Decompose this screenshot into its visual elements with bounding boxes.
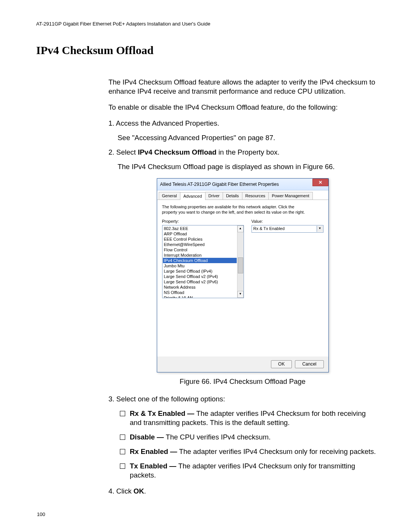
option-2-bold: Disable —	[130, 433, 166, 441]
checkbox-icon	[120, 411, 125, 416]
scroll-down-icon[interactable]: ▼	[237, 291, 244, 298]
value-label: Value:	[252, 219, 323, 224]
option-3-text: The adapter verifies IPv4 Checksum only …	[179, 447, 376, 455]
tab-details[interactable]: Details	[223, 192, 242, 199]
option-disable: Disable — The CPU verifies IPv4 checksum…	[120, 433, 377, 442]
option-rx-tx: Rx & Tx Enabled — The adapter verifies I…	[120, 409, 377, 427]
list-item[interactable]: Priority & VLAN	[163, 295, 237, 298]
tab-general[interactable]: General	[159, 192, 180, 199]
checkbox-icon	[120, 463, 125, 469]
list-item[interactable]: Flow Control	[163, 247, 237, 252]
page-title: IPv4 Checksum Offload	[36, 44, 377, 57]
tab-driver[interactable]: Driver	[205, 192, 223, 199]
option-rx: Rx Enabled — The adapter verifies IPv4 C…	[120, 447, 377, 456]
ok-button[interactable]: OK	[271, 360, 292, 369]
cancel-button[interactable]: Cancel	[295, 360, 323, 369]
page-number: 100	[37, 511, 377, 517]
step-3: 3. Select one of the following options:	[108, 395, 377, 404]
list-item[interactable]: Jumbo Mtu	[163, 263, 237, 268]
step-2-pre: 2. Select	[108, 148, 138, 156]
option-2-text: The CPU verifies IPv4 checksum.	[166, 433, 271, 441]
step-4-post: .	[144, 487, 146, 495]
list-item[interactable]: Ethernet@WireSpeed	[163, 242, 237, 247]
step-4-bold: OK	[134, 487, 144, 495]
step-2-post: in the Property box.	[217, 148, 280, 156]
doc-header: AT-2911GP Gigabit Fiber Ethernet PoE+ Ad…	[36, 21, 377, 27]
value-selected: Rx & Tx Enabled	[253, 226, 285, 231]
intro-paragraph: The IPv4 Checksum Offload feature allows…	[108, 78, 377, 96]
list-item[interactable]: Network Address	[163, 284, 237, 290]
step-1: 1. Access the Advanced Properties.	[108, 119, 219, 127]
listbox-scrollbar[interactable]: ▲ ▼	[237, 225, 244, 298]
list-item[interactable]: IPv4 Checksum Offload	[163, 258, 237, 263]
option-4-bold: Tx Enabled —	[130, 462, 178, 470]
step-2-note: The IPv4 Checksum Offload page is displa…	[118, 162, 377, 171]
list-item[interactable]: ARP Offload	[163, 231, 237, 236]
step-4-pre: 4. Click	[108, 487, 134, 495]
scroll-thumb[interactable]	[238, 257, 243, 273]
option-3-bold: Rx Enabled —	[130, 447, 179, 455]
option-tx: Tx Enabled — The adapter verifies IPv4 C…	[120, 462, 377, 480]
tab-resources[interactable]: Resources	[242, 192, 269, 199]
dialog-hint: The following properties are available f…	[162, 204, 307, 215]
property-listbox[interactable]: 802.3az EEEARP OffloadEEE Control Polici…	[162, 225, 244, 298]
value-dropdown[interactable]: Rx & Tx Enabled ▼	[252, 225, 323, 233]
chevron-down-icon[interactable]: ▼	[317, 226, 323, 232]
checkbox-icon	[120, 435, 125, 440]
property-label: Property:	[162, 219, 244, 224]
list-item[interactable]: EEE Control Policies	[163, 236, 237, 242]
list-item[interactable]: Large Send Offload v2 (IPv4)	[163, 274, 237, 279]
list-item[interactable]: Large Send Offload v2 (IPv6)	[163, 279, 237, 284]
properties-dialog: Allied Telesis AT-2911GP Gigabit Fiber E…	[157, 178, 329, 372]
list-item[interactable]: Large Send Offload (IPv4)	[163, 268, 237, 274]
step-1-note: See "Accessing Advanced Properties" on p…	[118, 133, 377, 142]
list-item[interactable]: NS Offload	[163, 290, 237, 295]
figure-caption: Figure 66. IPv4 Checksum Offload Page	[108, 377, 377, 386]
list-item[interactable]: 802.3az EEE	[163, 226, 237, 231]
tab-power[interactable]: Power Management	[268, 192, 312, 199]
option-1-bold: Rx & Tx Enabled —	[130, 409, 196, 417]
scroll-up-icon[interactable]: ▲	[237, 225, 244, 232]
dialog-tabs: General Advanced Driver Details Resource…	[157, 190, 328, 200]
close-button[interactable]: ✕	[312, 179, 328, 186]
checkbox-icon	[120, 449, 125, 454]
list-item[interactable]: Interrupt Moderation	[163, 252, 237, 258]
lead-paragraph: To enable or disable the IPv4 Checksum O…	[108, 103, 377, 112]
tab-advanced[interactable]: Advanced	[180, 192, 206, 200]
step-2-bold: IPv4 Checksum Offload	[138, 148, 217, 156]
dialog-title: Allied Telesis AT-2911GP Gigabit Fiber E…	[160, 182, 279, 188]
